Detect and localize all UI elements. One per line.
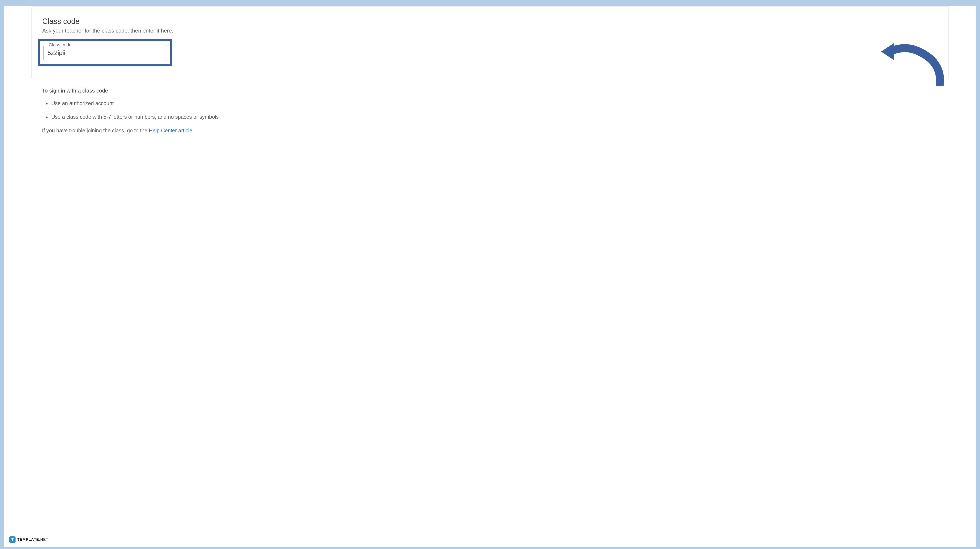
logo-text: TEMPLATE.NET <box>17 538 49 542</box>
logo-badge-icon: T <box>9 536 16 543</box>
highlight-annotation: Class code <box>38 39 172 66</box>
field-label: Class code <box>47 42 74 48</box>
pointer-arrow-icon <box>879 40 944 86</box>
instructions-title: To sign in with a class code <box>42 87 938 94</box>
footer-logo: T TEMPLATE.NET <box>9 536 49 543</box>
instructions-list: Use an authorized account Use a class co… <box>42 100 938 120</box>
card-title: Class code <box>42 17 938 26</box>
main-container: Class code Ask your teacher for the clas… <box>4 6 976 547</box>
class-code-card: Class code Ask your teacher for the clas… <box>32 6 948 79</box>
instructions-section: To sign in with a class code Use an auth… <box>42 87 938 133</box>
class-code-input[interactable] <box>48 49 163 56</box>
list-item: Use an authorized account <box>47 100 938 106</box>
help-text: If you have trouble joining the class, g… <box>42 127 938 133</box>
help-prefix: If you have trouble joining the class, g… <box>42 127 149 133</box>
class-code-fieldset: Class code <box>43 45 167 61</box>
list-item: Use a class code with 5-7 letters or num… <box>47 114 938 120</box>
card-subtitle: Ask your teacher for the class code, the… <box>42 27 938 34</box>
help-center-link[interactable]: Help Center article <box>149 127 192 133</box>
